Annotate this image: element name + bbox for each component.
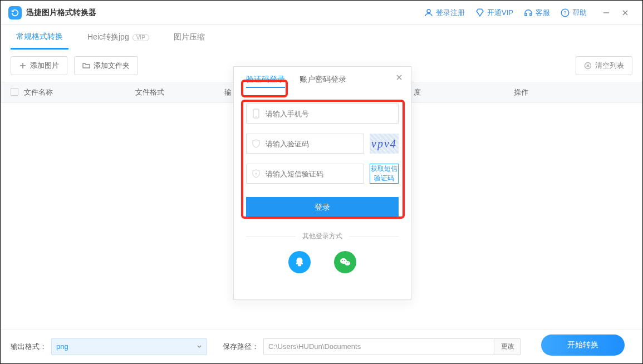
vip-badge: VIP [132, 34, 149, 41]
login-register-link[interactable]: 登录注册 [424, 8, 465, 18]
chevron-down-icon [197, 344, 202, 350]
add-folder-label: 添加文件夹 [94, 61, 130, 71]
close-button[interactable] [616, 4, 635, 21]
footer-bar: 输出格式： png 保存路径： 更改 开始转换 [1, 329, 642, 363]
tab-password-login[interactable]: 账户密码登录 [300, 75, 346, 88]
phone-input[interactable] [266, 110, 394, 118]
sms-input-wrap [246, 164, 364, 184]
add-image-label: 添加图片 [30, 61, 59, 71]
wechat-login-button[interactable] [334, 251, 356, 273]
sms-code-input[interactable] [266, 170, 359, 178]
save-path-label: 保存路径： [223, 342, 259, 352]
login-tabs: 验证码登录 账户密码登录 [234, 75, 411, 94]
titlebar: 迅捷图片格式转换器 登录注册 开通VIP 客服 ? 帮助 [1, 1, 642, 25]
captcha-image[interactable]: vpv4 [370, 134, 399, 154]
phone-icon [251, 109, 261, 119]
other-login-divider: 其他登录方式 [246, 232, 399, 241]
svg-point-15 [256, 173, 257, 175]
clear-list-button[interactable]: 清空列表 [576, 56, 632, 75]
help-link[interactable]: ? 帮助 [560, 8, 587, 18]
login-modal: 验证码登录 账户密码登录 vpv4 获取短信验证码 登录 [233, 66, 411, 300]
svg-point-19 [344, 260, 345, 261]
svg-text:?: ? [563, 10, 566, 16]
save-path-box: 更改 [263, 338, 521, 355]
phone-input-wrap [246, 104, 399, 124]
user-icon [424, 8, 434, 18]
tab-heic-label: Heic转换jpg [87, 32, 129, 42]
th-progress: 度 [414, 87, 514, 97]
open-vip-link[interactable]: 开通VIP [475, 8, 513, 18]
tab-heic-convert[interactable]: Heic转换jpg VIP [82, 25, 155, 50]
th-filename: 文件名称 [24, 87, 135, 97]
th-action: 操作 [514, 87, 632, 97]
shield-lock-icon [251, 169, 261, 179]
qq-icon [293, 256, 306, 268]
select-all-checkbox[interactable] [11, 88, 18, 96]
tab-common-format[interactable]: 常规格式转换 [11, 25, 68, 50]
output-format-label: 输出格式： [11, 342, 47, 352]
other-login-label: 其他登录方式 [296, 232, 349, 241]
svg-point-21 [348, 262, 349, 263]
svg-point-18 [342, 260, 343, 261]
qq-login-button[interactable] [288, 251, 311, 273]
svg-point-0 [427, 9, 430, 13]
clear-list-label: 清空列表 [595, 61, 624, 71]
add-folder-button[interactable]: 添加文件夹 [74, 56, 138, 75]
headset-icon [523, 8, 533, 18]
clear-icon [584, 62, 592, 70]
output-format-value: png [56, 342, 68, 351]
captcha-input-wrap [246, 134, 364, 154]
tab-image-compress[interactable]: 图片压缩 [168, 25, 210, 50]
add-image-button[interactable]: 添加图片 [11, 56, 67, 75]
modal-close-button[interactable] [393, 71, 405, 83]
app-logo-icon [8, 6, 22, 19]
app-title: 迅捷图片格式转换器 [26, 8, 96, 18]
tab-code-login[interactable]: 验证码登录 [246, 75, 285, 88]
output-format-select[interactable]: png [51, 338, 207, 355]
svg-point-17 [345, 261, 350, 265]
svg-point-14 [256, 116, 257, 117]
login-button[interactable]: 登录 [246, 197, 399, 218]
customer-service-link[interactable]: 客服 [523, 8, 550, 18]
captcha-input[interactable] [266, 140, 359, 148]
help-label: 帮助 [572, 8, 587, 18]
help-icon: ? [560, 8, 570, 18]
folder-icon [82, 62, 90, 70]
wechat-icon [338, 255, 352, 269]
main-tabs: 常规格式转换 Heic转换jpg VIP 图片压缩 [1, 25, 642, 50]
th-fileformat: 文件格式 [135, 87, 224, 97]
change-path-button[interactable]: 更改 [494, 339, 521, 355]
diamond-icon [475, 8, 485, 18]
plus-icon [19, 62, 27, 70]
login-register-label: 登录注册 [436, 8, 465, 18]
shield-icon [251, 139, 261, 149]
open-vip-label: 开通VIP [487, 8, 513, 18]
close-icon [395, 73, 403, 81]
get-sms-button[interactable]: 获取短信验证码 [370, 164, 399, 184]
start-convert-button[interactable]: 开始转换 [541, 335, 625, 356]
svg-point-20 [346, 262, 347, 263]
save-path-input[interactable] [264, 342, 494, 351]
customer-service-label: 客服 [536, 8, 550, 18]
minimize-button[interactable] [597, 4, 616, 21]
